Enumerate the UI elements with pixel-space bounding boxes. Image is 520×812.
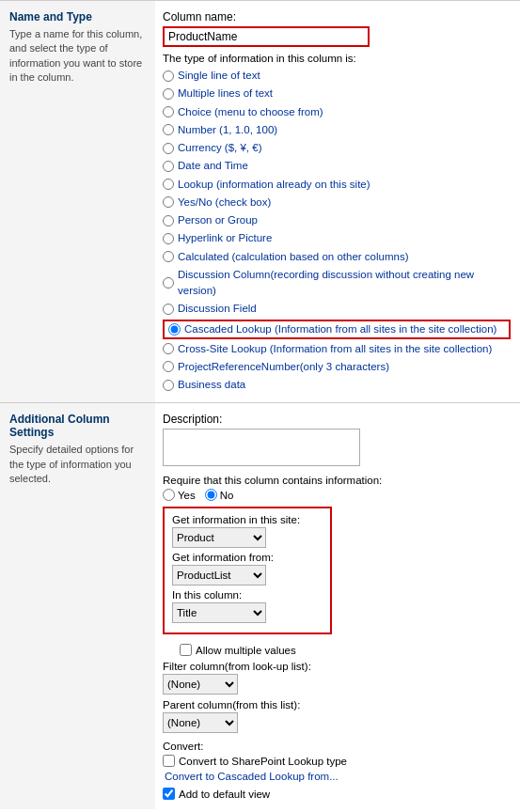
radio-row-person: Person or Group <box>163 212 511 228</box>
get-from-label: Get information from: <box>172 552 323 563</box>
require-no-span: No <box>205 489 234 501</box>
radio-hyperlink[interactable] <box>163 233 174 244</box>
convert-sharepoint-checkbox[interactable] <box>163 755 175 767</box>
filter-label: Filter column(from look-up list): <box>163 661 511 672</box>
additional-settings-title: Additional Column Settings <box>9 413 148 439</box>
radio-require-yes[interactable] <box>163 489 175 501</box>
radio-row-datetime: Date and Time <box>163 158 511 174</box>
parent-label: Parent column(from this list): <box>163 699 511 710</box>
radio-single-line[interactable] <box>163 70 174 82</box>
radio-row-calculated: Calculated (calculation based on other c… <box>163 249 511 265</box>
in-column-row: In this column: Title <box>172 589 323 623</box>
label-multi-line[interactable]: Multiple lines of text <box>178 86 273 102</box>
radio-discussion-field[interactable] <box>163 304 174 315</box>
label-calculated[interactable]: Calculated (calculation based on other c… <box>178 249 408 265</box>
label-projectref[interactable]: ProjectReferenceNumber(only 3 characters… <box>178 359 389 375</box>
allow-multiple-label[interactable]: Allow multiple values <box>196 645 296 656</box>
convert-label: Convert: <box>163 741 511 752</box>
require-row: Yes No <box>163 489 511 501</box>
radio-row-multi-line: Multiple lines of text <box>163 86 511 102</box>
label-require-no[interactable]: No <box>220 490 234 501</box>
description-textarea[interactable] <box>163 429 360 466</box>
description-label: Description: <box>163 413 511 426</box>
radio-row-discussion-col: Discussion Column(recording discussion w… <box>163 267 511 300</box>
get-from-dropdown-row: ProductList <box>172 565 323 586</box>
radio-multi-line[interactable] <box>163 88 174 100</box>
get-from-row: Get information from: ProductList <box>172 552 323 586</box>
in-column-select[interactable]: Title <box>172 602 266 623</box>
label-yesno[interactable]: Yes/No (check box) <box>178 195 271 211</box>
require-yes-span: Yes <box>163 489 196 501</box>
radio-datetime[interactable] <box>163 161 174 172</box>
add-default-checkbox[interactable] <box>163 788 175 800</box>
convert-link-row: Convert to Cascaded Lookup from... <box>165 770 511 783</box>
in-column-dropdown-row: Title <box>172 602 323 623</box>
label-cascaded[interactable]: Cascaded Lookup (Information from all si… <box>184 323 496 335</box>
convert-checkbox-row: Convert to SharePoint Lookup type <box>163 755 511 767</box>
label-discussion-field[interactable]: Discussion Field <box>178 301 257 317</box>
label-business[interactable]: Business data <box>178 377 245 393</box>
filter-section: Filter column(from look-up list): (None) <box>163 661 511 695</box>
radio-projectref[interactable] <box>163 361 174 372</box>
parent-section: Parent column(from this list): (None) <box>163 699 511 733</box>
radio-crosssite[interactable] <box>163 343 174 354</box>
label-choice[interactable]: Choice (menu to choose from) <box>178 104 323 120</box>
radio-require-no[interactable] <box>205 489 217 501</box>
label-person[interactable]: Person or Group <box>178 212 258 228</box>
get-site-select[interactable]: Product <box>172 527 266 548</box>
radio-choice[interactable] <box>163 106 174 117</box>
radio-row-business: Business data <box>163 377 511 393</box>
lookup-info-box: Get information in this site: Product Ge… <box>163 507 332 634</box>
convert-section: Convert: Convert to SharePoint Lookup ty… <box>163 741 511 783</box>
type-radio-group: Single line of text Multiple lines of te… <box>163 68 511 393</box>
type-label: The type of information in this column i… <box>163 53 511 64</box>
radio-row-cascaded: Cascaded Lookup (Information from all si… <box>163 320 511 339</box>
label-number[interactable]: Number (1, 1.0, 100) <box>178 122 277 138</box>
radio-row-discussion-field: Discussion Field <box>163 301 511 317</box>
label-require-yes[interactable]: Yes <box>178 490 196 501</box>
label-hyperlink[interactable]: Hyperlink or Picture <box>178 230 272 246</box>
add-default-label[interactable]: Add to default view <box>179 789 270 800</box>
radio-lookup[interactable] <box>163 179 174 190</box>
label-single-line[interactable]: Single line of text <box>178 68 260 84</box>
radio-row-hyperlink: Hyperlink or Picture <box>163 230 511 246</box>
add-default-row: Add to default view <box>163 788 511 800</box>
get-from-select[interactable]: ProductList <box>172 565 266 586</box>
convert-sharepoint-label[interactable]: Convert to SharePoint Lookup type <box>179 756 347 767</box>
radio-row-lookup: Lookup (information already on this site… <box>163 177 511 193</box>
allow-multiple-row: Allow multiple values <box>180 644 511 656</box>
additional-settings-desc: Specify detailed options for the type of… <box>9 443 148 486</box>
in-column-label: In this column: <box>172 589 323 601</box>
name-and-type-title: Name and Type <box>9 10 148 23</box>
radio-yesno[interactable] <box>163 196 174 208</box>
column-name-label: Column name: <box>163 10 511 23</box>
radio-row-projectref: ProjectReferenceNumber(only 3 characters… <box>163 359 511 375</box>
filter-select[interactable]: (None) <box>163 674 238 695</box>
column-name-input[interactable] <box>163 26 370 47</box>
get-site-dropdown-row: Product <box>172 527 323 548</box>
require-label: Require that this column contains inform… <box>163 475 511 486</box>
radio-row-yesno: Yes/No (check box) <box>163 195 511 211</box>
radio-person[interactable] <box>163 215 174 226</box>
label-discussion-col[interactable]: Discussion Column(recording discussion w… <box>178 267 511 300</box>
radio-row-number: Number (1, 1.0, 100) <box>163 122 511 138</box>
get-site-row: Get information in this site: Product <box>172 514 323 548</box>
radio-row-currency: Currency ($, ¥, €) <box>163 140 511 156</box>
radio-row-choice: Choice (menu to choose from) <box>163 104 511 120</box>
radio-currency[interactable] <box>163 143 174 154</box>
radio-cascaded[interactable] <box>168 323 181 336</box>
radio-calculated[interactable] <box>163 251 174 262</box>
radio-discussion-col[interactable] <box>163 277 174 289</box>
label-currency[interactable]: Currency ($, ¥, €) <box>178 140 261 156</box>
convert-cascaded-link[interactable]: Convert to Cascaded Lookup from... <box>165 771 339 782</box>
label-lookup[interactable]: Lookup (information already on this site… <box>178 177 370 193</box>
radio-number[interactable] <box>163 124 174 135</box>
parent-dropdown-row: (None) <box>163 712 511 733</box>
radio-row-single-line: Single line of text <box>163 68 511 84</box>
label-crosssite[interactable]: Cross-Site Lookup (Information from all … <box>178 341 492 357</box>
name-and-type-desc: Type a name for this column, and select … <box>9 27 148 86</box>
label-datetime[interactable]: Date and Time <box>178 158 248 174</box>
radio-business[interactable] <box>163 380 174 391</box>
parent-select[interactable]: (None) <box>163 712 238 733</box>
allow-multiple-checkbox[interactable] <box>180 644 192 656</box>
